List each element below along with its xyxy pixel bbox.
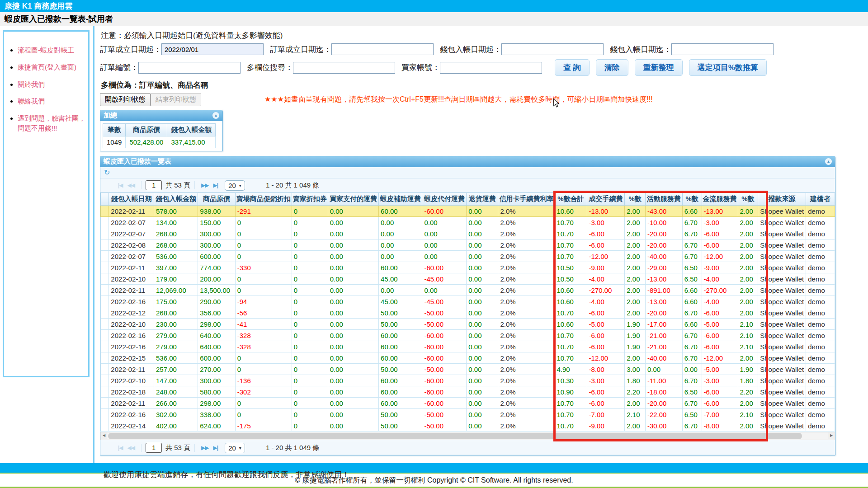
table-row[interactable]: 2022-02-11266.00298.00000.0060.00-60.000… [101,398,835,409]
page-number-input[interactable] [146,180,162,190]
table-row[interactable]: 2022-02-07134.00150.00000.000.000.000.00… [101,217,835,228]
table-row[interactable]: 2022-02-10179.00200.00000.0045.00-45.000… [101,273,835,285]
refresh-icon[interactable]: ↻ [104,169,110,176]
column-header-2[interactable]: 商品原價 [198,193,235,206]
table-row[interactable]: 2022-02-11257.00270.00000.0050.00-50.000… [101,364,835,375]
grid-collapse-icon[interactable]: ▴ [825,158,832,165]
percent-recalc-button[interactable]: 選定項目%數推算 [689,59,767,76]
last-page-button[interactable]: ▶| [213,445,218,451]
order-date-to-input[interactable] [331,43,434,55]
first-page-button[interactable]: |◀ [118,182,123,188]
page-size-select[interactable]: 20 ▾ [225,180,245,191]
cell: demo [806,330,835,341]
cell: 6.50 [682,273,702,285]
sidebar-item-contact[interactable]: 聯絡我們 [18,97,45,105]
column-header-14[interactable]: %數 [682,193,702,206]
prev-page-button[interactable]: ◀◀ [127,182,135,188]
horizontal-scrollbar[interactable]: ◀ ▶ [100,432,835,440]
reload-button[interactable]: 重新整理 [635,59,683,76]
summary-collapse-icon[interactable]: ▴ [212,112,219,119]
table-row[interactable]: 2022-02-08268.00300.00000.000.000.000.00… [101,239,835,251]
wallet-date-from-input[interactable] [501,43,604,55]
summary-wallet-amount-value: 337,415.00 [167,136,216,148]
cell: Shopee Wallet [758,330,806,341]
table-row[interactable]: 2022-02-07536.00600.00000.000.000.000.00… [101,251,835,262]
table-row[interactable]: 2022-02-10147.00300.00-13600.0060.00-60.… [101,375,835,386]
cell: 60.00 [379,341,422,352]
cell: 2.20 [738,386,758,398]
table-row[interactable]: 2022-02-1112,069.0013,500.00000.000.000.… [101,285,835,296]
table-row[interactable]: 2022-02-07268.00300.00000.000.000.000.00… [101,228,835,239]
cell: 60.00 [379,386,422,398]
row-select-cell [101,262,109,273]
cell: 0 [292,251,328,262]
multi-field-search-input[interactable] [293,62,395,74]
scrollbar-thumb[interactable] [108,433,802,439]
column-header-6[interactable]: 蝦皮補助運費 [379,193,422,206]
order-date-from-input[interactable] [161,43,264,55]
table-row[interactable]: 2022-02-16279.00640.00-32800.0060.00-60.… [101,330,835,341]
column-header-11[interactable]: 成交手續費 [587,193,625,206]
column-header-15[interactable]: 金流服務費 [702,193,738,206]
column-header-12[interactable]: %數 [625,193,646,206]
cell: -18.00 [645,386,682,398]
sidebar-item-flowchart[interactable]: 流程圖-蝦皮對帳王 [18,46,74,54]
page-number-input[interactable] [146,443,162,453]
pager-top: |◀ ◀◀ 共 53 頁 ▶▶ ▶| 20 ▾ 1 - 20 共 1 049 條 [100,178,835,192]
table-row[interactable]: 2022-02-15536.00600.00000.0060.00-60.000… [101,352,835,364]
column-header-18[interactable]: 建檔者 [806,193,835,206]
prev-page-button[interactable]: ◀◀ [127,445,135,451]
column-header-8[interactable]: 退貨運費 [467,193,498,206]
cell: -9.00 [587,420,625,432]
start-print-button[interactable]: 開啟列印狀態 [100,93,151,106]
buyer-account-input[interactable] [440,62,542,74]
table-row[interactable]: 2022-02-12268.00356.00-5600.0050.00-50.0… [101,307,835,319]
table-row[interactable]: 2022-02-16279.00640.00-32800.0060.00-60.… [101,341,835,352]
column-header-9[interactable]: 信用卡手續費利率 [498,193,555,206]
table-row[interactable]: 2022-02-18248.00580.00-30200.0060.00-60.… [101,386,835,398]
column-header-16[interactable]: %數 [738,193,758,206]
column-header-3[interactable]: 賣場商品促銷折扣 [235,193,292,206]
clear-button[interactable]: 清除 [596,59,628,76]
cell: 2022-02-11 [109,285,154,296]
column-header-7[interactable]: 蝦皮代付運費 [422,193,467,206]
cell: 0.00 [467,217,498,228]
next-page-button[interactable]: ▶▶ [201,445,208,451]
column-header-4[interactable]: 賣家折扣券 [292,193,328,206]
cell: 6.70 [682,251,702,262]
page-size-select[interactable]: 20 ▾ [225,443,245,453]
cell: -3.00 [702,217,738,228]
query-button[interactable]: 查 詢 [555,59,590,76]
scroll-right-icon[interactable]: ▶ [828,432,835,439]
cell: Shopee Wallet [758,217,806,228]
first-page-button[interactable]: |◀ [118,445,123,451]
cell: 2.00 [625,251,646,262]
sidebar-item-home[interactable]: 康捷首頁(登入畫面) [18,63,76,71]
cell: 2.00 [625,296,646,307]
cell: 10.70 [555,420,587,432]
column-header-13[interactable]: 活動服務費 [645,193,682,206]
next-page-button[interactable]: ▶▶ [201,182,208,188]
column-header-5[interactable]: 買家支付的運費 [328,193,378,206]
sidebar-item-about[interactable]: 關於我們 [18,80,45,88]
sidebar-item-facebook-group[interactable]: 遇到問題，臉書社團，問題不用錢!!! [18,114,85,132]
column-header-0[interactable]: 錢包入帳日期 [109,193,154,206]
cell: -60.00 [422,341,467,352]
column-header-17[interactable]: 撥款來源 [758,193,806,206]
table-row[interactable]: 2022-02-16302.00338.00000.0050.00-50.000… [101,409,835,420]
order-no-input[interactable] [138,62,241,74]
cell: 10.70 [555,217,587,228]
table-row[interactable]: 2022-02-10230.00298.00-4100.0050.00-50.0… [101,319,835,330]
last-page-button[interactable]: ▶| [213,182,218,188]
column-header-1[interactable]: 錢包入帳金額 [154,193,198,206]
wallet-date-to-input[interactable] [671,43,774,55]
scroll-left-icon[interactable]: ◀ [101,432,107,439]
cell: Shopee Wallet [758,386,806,398]
table-row[interactable]: 2022-02-11397.00774.00-33000.0060.00-60.… [101,262,835,273]
table-row[interactable]: 2022-02-11578.00938.00-29100.0060.00-60.… [101,206,835,217]
column-header-10[interactable]: %數合計 [555,193,587,206]
table-row[interactable]: 2022-02-16175.00290.00-9400.0045.00-45.0… [101,296,835,307]
pager-separator [194,181,195,189]
cell: 0 [235,285,292,296]
table-row[interactable]: 2022-02-14402.00624.00-17500.0050.00-50.… [101,420,835,432]
